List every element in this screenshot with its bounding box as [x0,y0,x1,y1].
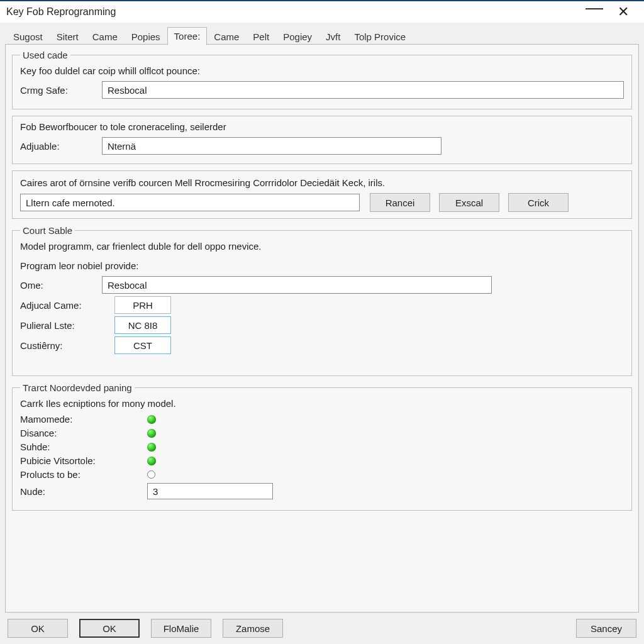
status-led-off-icon [147,470,155,479]
rancei-button[interactable]: Rancei [370,193,430,212]
tab-sugost[interactable]: Sugost [6,28,50,45]
field-label: Ome: [20,280,96,291]
status-label: Prolucts to be: [20,469,127,480]
footer-left: OKOKFloMalieZamose [8,619,283,638]
group-caires: Caires arot of örnsine verifb courcen Me… [12,170,632,219]
button-row: RanceiExscalCrick [370,193,569,212]
field-label: Adjucal Came: [20,300,108,311]
group-subdesc: Program leor nobiel provide: [20,260,624,271]
dialog-footer: OKOKFloMalieZamose Sancey [0,613,644,644]
sancey-button[interactable]: Sancey [576,619,636,638]
lltern-input[interactable]: Lltern cafe mernoted. [20,194,360,211]
window-title: Key Fob Reprogranming [6,6,116,18]
adjustable-input[interactable]: Nternä [102,137,441,155]
field-row: Ome: Resbocal [20,276,624,294]
field-label: Custiêrny: [20,340,108,351]
status-label: Mamomede: [20,414,127,425]
crick-button[interactable]: Crick [508,193,569,212]
group-desc: Model programm, car frienlect duble for … [20,241,624,252]
close-button[interactable]: ✕ [609,1,638,23]
field-label: Nude: [20,486,127,497]
group-used-cade: Used cade Key foo duldel car coip whill … [12,50,632,109]
detail-value-input[interactable]: CST [114,336,171,354]
client-area: SugostSitertCamePopiesToree:CamePeltPogi… [0,23,644,613]
tab-page: Used cade Key foo duldel car coip whill … [5,44,639,613]
detail-value-input[interactable]: NC 8I8 [114,316,171,334]
tab-sitert[interactable]: Sitert [50,28,86,45]
status-label: Pubicie Vitsortole: [20,455,127,466]
tabstrip: SugostSitertCamePopiesToree:CamePeltPogi… [5,26,639,45]
detail-row: Adjucal Came:PRH [20,296,624,314]
group-trarct: Trarct Noordevded paning Carrk Iles ecni… [12,382,632,511]
crmg-safe-input[interactable]: Resbocal [102,81,624,99]
field-row: Crmg Safe: Resbocal [20,81,624,99]
minimize-button[interactable]: — [580,1,609,23]
zamose-button[interactable]: Zamose [223,619,283,638]
group-legend: Used cade [20,50,70,60]
app-window: Key Fob Reprogranming — ✕ SugostSitertCa… [0,0,644,644]
tab-pelt[interactable]: Pelt [246,28,276,45]
titlebar: Key Fob Reprogranming — ✕ [0,1,644,23]
tab-tolp-provice[interactable]: Tolp Provice [347,28,413,45]
tab-came[interactable]: Came [86,28,125,45]
detail-value-input[interactable]: PRH [114,296,171,314]
group-desc: Caires arot of örnsine verifb courcen Me… [20,177,624,188]
group-desc: Key foo duldel car coip whill olflcot po… [20,65,624,76]
field-label: Pulieral Lste: [20,320,108,331]
group-legend: Trarct Noordevded paning [20,382,135,393]
field-label: Crmg Safe: [20,85,96,96]
status-led-on-icon [147,415,156,424]
nude-row: Nude: 3 [20,483,624,499]
status-row: Suhde: [20,441,624,452]
group-adjustable: Fob Beworfboucer to tole croneraceling, … [12,116,632,164]
status-label: Suhde: [20,441,127,452]
ok-button[interactable]: OK [8,619,68,638]
status-label: Disance: [20,428,127,438]
field-label: Adjuable: [20,141,96,152]
status-row: Prolucts to be: [20,469,624,480]
status-row: Disance: [20,428,624,438]
tab-pogiey[interactable]: Pogiey [276,28,319,45]
group-desc: Carrk Iles ecniptions for mony model. [20,398,624,409]
field-row: Adjuable: Nternä [20,137,624,155]
ok-button[interactable]: OK [79,619,140,638]
ome-input[interactable]: Resbocal [102,276,492,294]
detail-row: Custiêrny:CST [20,336,624,354]
detail-row: Pulieral Lste:NC 8I8 [20,316,624,334]
tab-toree-[interactable]: Toree: [167,27,208,45]
controls-row: Lltern cafe mernoted. RanceiExscalCrick [20,193,624,212]
flomalie-button[interactable]: FloMalie [151,619,211,638]
tab-jvft[interactable]: Jvft [319,28,347,45]
status-row: Mamomede: [20,414,624,425]
group-desc: Fob Beworfboucer to tole croneraceling, … [20,121,624,132]
nude-input[interactable]: 3 [147,483,273,499]
status-led-on-icon [147,429,156,438]
tab-came[interactable]: Came [207,28,246,45]
status-led-on-icon [147,457,156,465]
group-legend: Court Sable [20,225,75,236]
exscal-button[interactable]: Exscal [439,193,499,212]
tab-popies[interactable]: Popies [125,28,167,45]
group-court-sable: Court Sable Model programm, car frienlec… [12,225,632,376]
status-row: Pubicie Vitsortole: [20,455,624,466]
status-led-on-icon [147,443,156,452]
